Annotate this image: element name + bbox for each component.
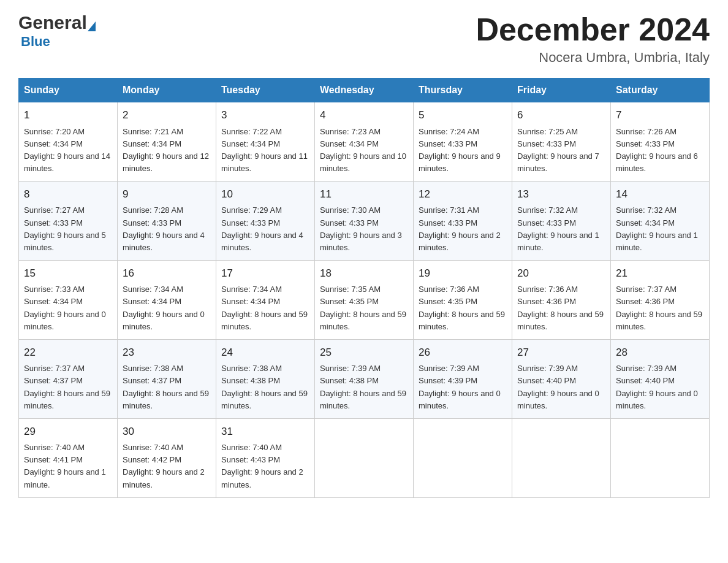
day-info: Sunrise: 7:20 AMSunset: 4:34 PMDaylight:… xyxy=(24,127,110,173)
day-info: Sunrise: 7:33 AMSunset: 4:34 PMDaylight:… xyxy=(24,285,106,331)
day-cell: 27Sunrise: 7:39 AMSunset: 4:40 PMDayligh… xyxy=(512,339,611,418)
day-number: 24 xyxy=(221,345,309,361)
week-row-4: 22Sunrise: 7:37 AMSunset: 4:37 PMDayligh… xyxy=(19,339,710,418)
location: Nocera Umbra, Umbria, Italy xyxy=(476,50,710,66)
day-info: Sunrise: 7:24 AMSunset: 4:33 PMDaylight:… xyxy=(419,127,501,173)
day-number: 2 xyxy=(123,107,211,123)
header-wednesday: Wednesday xyxy=(315,79,414,102)
day-cell: 4Sunrise: 7:23 AMSunset: 4:34 PMDaylight… xyxy=(315,102,414,182)
day-info: Sunrise: 7:39 AMSunset: 4:38 PMDaylight:… xyxy=(320,364,406,410)
day-info: Sunrise: 7:39 AMSunset: 4:40 PMDaylight:… xyxy=(517,364,599,410)
day-cell: 5Sunrise: 7:24 AMSunset: 4:33 PMDaylight… xyxy=(414,102,512,182)
day-cell: 21Sunrise: 7:37 AMSunset: 4:36 PMDayligh… xyxy=(611,261,710,340)
day-number: 31 xyxy=(221,424,309,440)
day-info: Sunrise: 7:37 AMSunset: 4:36 PMDaylight:… xyxy=(616,285,702,331)
day-cell: 22Sunrise: 7:37 AMSunset: 4:37 PMDayligh… xyxy=(19,339,118,418)
day-cell: 9Sunrise: 7:28 AMSunset: 4:33 PMDaylight… xyxy=(118,182,216,261)
week-row-2: 8Sunrise: 7:27 AMSunset: 4:33 PMDaylight… xyxy=(19,182,710,261)
day-info: Sunrise: 7:39 AMSunset: 4:39 PMDaylight:… xyxy=(419,364,501,410)
day-cell: 14Sunrise: 7:32 AMSunset: 4:34 PMDayligh… xyxy=(611,182,710,261)
day-info: Sunrise: 7:34 AMSunset: 4:34 PMDaylight:… xyxy=(221,285,308,331)
day-number: 25 xyxy=(320,345,408,361)
day-info: Sunrise: 7:40 AMSunset: 4:42 PMDaylight:… xyxy=(123,443,205,489)
day-cell: 23Sunrise: 7:38 AMSunset: 4:37 PMDayligh… xyxy=(118,339,216,418)
day-cell: 26Sunrise: 7:39 AMSunset: 4:39 PMDayligh… xyxy=(414,339,512,418)
day-number: 18 xyxy=(320,266,408,282)
day-info: Sunrise: 7:21 AMSunset: 4:34 PMDaylight:… xyxy=(123,127,209,173)
day-info: Sunrise: 7:30 AMSunset: 4:33 PMDaylight:… xyxy=(320,205,402,251)
logo-triangle-icon xyxy=(88,21,96,31)
day-cell: 3Sunrise: 7:22 AMSunset: 4:34 PMDaylight… xyxy=(216,102,315,182)
day-cell: 16Sunrise: 7:34 AMSunset: 4:34 PMDayligh… xyxy=(118,261,216,340)
day-number: 12 xyxy=(419,186,507,202)
day-number: 8 xyxy=(24,186,112,202)
day-number: 6 xyxy=(517,107,605,123)
day-number: 3 xyxy=(221,107,309,123)
day-number: 11 xyxy=(320,186,408,202)
day-info: Sunrise: 7:23 AMSunset: 4:34 PMDaylight:… xyxy=(320,127,406,173)
day-number: 16 xyxy=(123,266,211,282)
day-cell xyxy=(315,418,414,497)
day-info: Sunrise: 7:39 AMSunset: 4:40 PMDaylight:… xyxy=(616,364,698,410)
day-info: Sunrise: 7:38 AMSunset: 4:37 PMDaylight:… xyxy=(123,364,209,410)
day-info: Sunrise: 7:34 AMSunset: 4:34 PMDaylight:… xyxy=(123,285,205,331)
header-monday: Monday xyxy=(118,79,216,102)
day-number: 22 xyxy=(24,345,112,361)
week-row-5: 29Sunrise: 7:40 AMSunset: 4:41 PMDayligh… xyxy=(19,418,710,497)
day-cell: 30Sunrise: 7:40 AMSunset: 4:42 PMDayligh… xyxy=(118,418,216,497)
day-info: Sunrise: 7:28 AMSunset: 4:33 PMDaylight:… xyxy=(123,205,205,251)
day-info: Sunrise: 7:32 AMSunset: 4:34 PMDaylight:… xyxy=(616,205,698,251)
day-info: Sunrise: 7:35 AMSunset: 4:35 PMDaylight:… xyxy=(320,285,406,331)
header-sunday: Sunday xyxy=(19,79,118,102)
day-number: 1 xyxy=(24,107,112,123)
day-cell: 11Sunrise: 7:30 AMSunset: 4:33 PMDayligh… xyxy=(315,182,414,261)
day-cell: 12Sunrise: 7:31 AMSunset: 4:33 PMDayligh… xyxy=(414,182,512,261)
day-number: 9 xyxy=(123,186,211,202)
day-cell: 28Sunrise: 7:39 AMSunset: 4:40 PMDayligh… xyxy=(611,339,710,418)
day-number: 14 xyxy=(616,186,704,202)
day-info: Sunrise: 7:22 AMSunset: 4:34 PMDaylight:… xyxy=(221,127,308,173)
logo-blue-text: Blue xyxy=(21,34,50,50)
day-info: Sunrise: 7:25 AMSunset: 4:33 PMDaylight:… xyxy=(517,127,599,173)
day-info: Sunrise: 7:38 AMSunset: 4:38 PMDaylight:… xyxy=(221,364,308,410)
day-info: Sunrise: 7:36 AMSunset: 4:35 PMDaylight:… xyxy=(419,285,505,331)
day-cell: 24Sunrise: 7:38 AMSunset: 4:38 PMDayligh… xyxy=(216,339,315,418)
day-cell: 15Sunrise: 7:33 AMSunset: 4:34 PMDayligh… xyxy=(19,261,118,340)
day-cell: 2Sunrise: 7:21 AMSunset: 4:34 PMDaylight… xyxy=(118,102,216,182)
header-friday: Friday xyxy=(512,79,611,102)
header-saturday: Saturday xyxy=(611,79,710,102)
day-info: Sunrise: 7:26 AMSunset: 4:33 PMDaylight:… xyxy=(616,127,698,173)
day-info: Sunrise: 7:27 AMSunset: 4:33 PMDaylight:… xyxy=(24,205,106,251)
day-number: 7 xyxy=(616,107,704,123)
header-thursday: Thursday xyxy=(414,79,512,102)
day-info: Sunrise: 7:31 AMSunset: 4:33 PMDaylight:… xyxy=(419,205,501,251)
day-number: 13 xyxy=(517,186,605,202)
day-number: 4 xyxy=(320,107,408,123)
day-number: 21 xyxy=(616,266,704,282)
day-cell: 8Sunrise: 7:27 AMSunset: 4:33 PMDaylight… xyxy=(19,182,118,261)
day-info: Sunrise: 7:36 AMSunset: 4:36 PMDaylight:… xyxy=(517,285,604,331)
day-number: 15 xyxy=(24,266,112,282)
day-info: Sunrise: 7:32 AMSunset: 4:33 PMDaylight:… xyxy=(517,205,599,251)
month-title: December 2024 xyxy=(476,12,710,47)
calendar-table: SundayMondayTuesdayWednesdayThursdayFrid… xyxy=(18,78,710,498)
day-cell: 29Sunrise: 7:40 AMSunset: 4:41 PMDayligh… xyxy=(19,418,118,497)
page-header: General Blue December 2024 Nocera Umbra,… xyxy=(18,12,710,66)
day-cell: 19Sunrise: 7:36 AMSunset: 4:35 PMDayligh… xyxy=(414,261,512,340)
day-info: Sunrise: 7:40 AMSunset: 4:43 PMDaylight:… xyxy=(221,443,303,489)
day-number: 30 xyxy=(123,424,211,440)
week-row-3: 15Sunrise: 7:33 AMSunset: 4:34 PMDayligh… xyxy=(19,261,710,340)
day-number: 29 xyxy=(24,424,112,440)
day-number: 17 xyxy=(221,266,309,282)
day-number: 19 xyxy=(419,266,507,282)
day-number: 5 xyxy=(419,107,507,123)
day-cell: 31Sunrise: 7:40 AMSunset: 4:43 PMDayligh… xyxy=(216,418,315,497)
logo-general-text: General xyxy=(18,12,96,33)
logo: General Blue xyxy=(18,12,96,50)
day-info: Sunrise: 7:29 AMSunset: 4:33 PMDaylight:… xyxy=(221,205,303,251)
day-cell xyxy=(611,418,710,497)
day-cell: 6Sunrise: 7:25 AMSunset: 4:33 PMDaylight… xyxy=(512,102,611,182)
day-number: 23 xyxy=(123,345,211,361)
day-number: 10 xyxy=(221,186,309,202)
day-cell: 20Sunrise: 7:36 AMSunset: 4:36 PMDayligh… xyxy=(512,261,611,340)
